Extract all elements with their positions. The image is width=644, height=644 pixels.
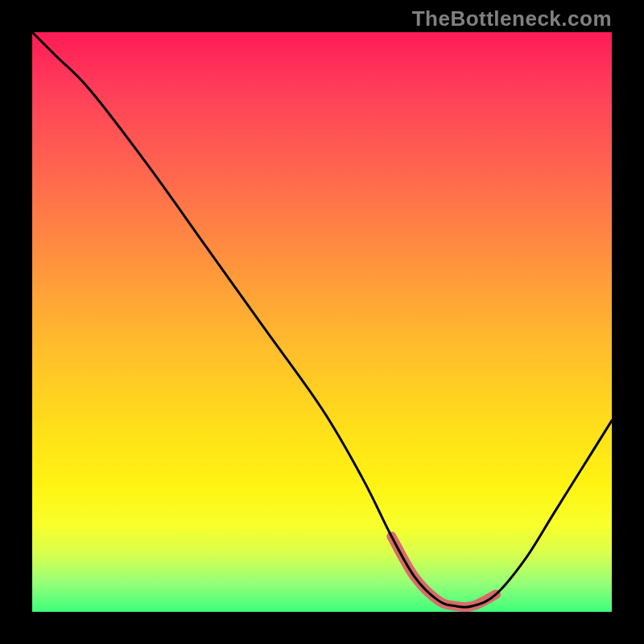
chart-frame: TheBottleneck.com <box>0 0 644 644</box>
curve-svg <box>32 32 612 612</box>
plot-area <box>32 32 612 612</box>
watermark-text: TheBottleneck.com <box>412 6 612 31</box>
highlight-line <box>391 536 496 607</box>
bottleneck-curve-line <box>32 32 612 607</box>
